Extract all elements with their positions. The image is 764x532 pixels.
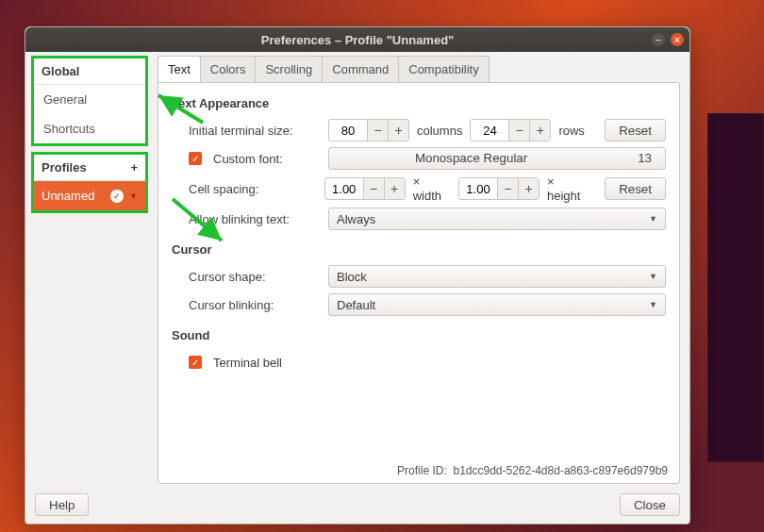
- sidebar-profiles-header: Profiles +: [34, 155, 145, 181]
- sidebar-global-group: Global General Shortcuts: [31, 56, 148, 146]
- cell-height-incr[interactable]: +: [518, 178, 539, 199]
- chevron-down-icon: ▼: [649, 300, 657, 309]
- tab-compatibility[interactable]: Compatibility: [398, 56, 489, 82]
- background-terminal-window: [707, 113, 764, 462]
- cell-height-input[interactable]: [459, 181, 497, 197]
- cursor-blinking-value: Default: [337, 298, 375, 312]
- cell-height-decr[interactable]: −: [497, 178, 518, 199]
- blinking-text-dropdown[interactable]: Always ▼: [328, 208, 666, 230]
- tab-content: Text Appearance Initial terminal size: −…: [158, 82, 680, 484]
- tab-text[interactable]: Text: [158, 56, 201, 82]
- section-text-appearance: Text Appearance: [172, 96, 666, 110]
- tab-scrolling[interactable]: Scrolling: [255, 56, 323, 82]
- font-size: 13: [638, 151, 652, 166]
- label-blinking-text: Allow blinking text:: [189, 212, 321, 226]
- help-button[interactable]: Help: [35, 493, 89, 516]
- unit-rows: rows: [558, 124, 584, 138]
- tab-command[interactable]: Command: [322, 56, 399, 82]
- cell-height-spinner[interactable]: − +: [458, 177, 540, 200]
- font-name: Monospace Regular: [415, 151, 527, 166]
- cell-width-input[interactable]: [325, 181, 363, 197]
- cursor-blinking-dropdown[interactable]: Default ▼: [328, 293, 666, 316]
- close-icon[interactable]: ×: [671, 33, 684, 46]
- preferences-window: Preferences – Profile "Unnamed" – × Glob…: [25, 26, 690, 524]
- profile-id-value: b1dcc9dd-5262-4d8d-a863-c897e6d979b9: [453, 464, 668, 477]
- cursor-shape-value: Block: [337, 270, 367, 284]
- unit-cell-width: × width: [413, 175, 451, 203]
- columns-incr[interactable]: +: [388, 120, 408, 141]
- profile-label: Unnamed: [42, 189, 105, 203]
- tab-colors[interactable]: Colors: [200, 56, 257, 82]
- label-custom-font: Custom font:: [213, 152, 321, 166]
- cell-width-spinner[interactable]: − +: [324, 177, 406, 200]
- sidebar: Global General Shortcuts Profiles + Unna…: [25, 52, 154, 488]
- sidebar-profiles-group: Profiles + Unnamed ✓ ▼: [31, 152, 148, 213]
- cursor-shape-dropdown[interactable]: Block ▼: [328, 265, 666, 288]
- content-pane: Text Colors Scrolling Command Compatibil…: [154, 52, 689, 488]
- columns-spinner[interactable]: − +: [328, 119, 409, 141]
- cell-width-incr[interactable]: +: [384, 178, 405, 199]
- section-sound: Sound: [172, 328, 666, 342]
- sidebar-item-shortcuts[interactable]: Shortcuts: [34, 114, 145, 143]
- unit-columns: columns: [417, 124, 462, 138]
- label-initial-size: Initial terminal size:: [189, 124, 321, 138]
- close-button[interactable]: Close: [620, 493, 680, 516]
- minimize-icon[interactable]: –: [652, 33, 665, 46]
- profile-id-label: Profile ID:: [397, 464, 447, 477]
- add-profile-button[interactable]: +: [130, 160, 138, 175]
- rows-spinner[interactable]: − +: [470, 119, 551, 141]
- font-chooser-button[interactable]: Monospace Regular 13: [328, 147, 666, 170]
- rows-decr[interactable]: −: [508, 120, 529, 141]
- blinking-text-value: Always: [337, 212, 375, 226]
- chevron-down-icon: ▼: [649, 214, 657, 224]
- tab-bar: Text Colors Scrolling Command Compatibil…: [158, 56, 680, 82]
- profile-id: Profile ID: b1dcc9dd-5262-4d8d-a863-c897…: [397, 464, 668, 477]
- reset-cell-button[interactable]: Reset: [605, 177, 666, 200]
- section-cursor: Cursor: [172, 242, 666, 257]
- window-title: Preferences – Profile "Unnamed": [261, 33, 455, 47]
- sidebar-global-title: Global: [42, 64, 79, 78]
- sidebar-global-header: Global: [34, 58, 145, 85]
- active-profile-icon: ✓: [110, 190, 124, 203]
- chevron-down-icon: ▼: [649, 272, 657, 281]
- label-terminal-bell: Terminal bell: [213, 356, 282, 370]
- columns-decr[interactable]: −: [367, 120, 388, 141]
- rows-incr[interactable]: +: [529, 120, 550, 141]
- label-cell-spacing: Cell spacing:: [189, 182, 317, 196]
- columns-input[interactable]: [329, 123, 367, 139]
- terminal-bell-checkbox[interactable]: ✓: [189, 356, 202, 369]
- label-cursor-shape: Cursor shape:: [189, 270, 321, 284]
- rows-input[interactable]: [471, 123, 508, 139]
- sidebar-item-general[interactable]: General: [34, 85, 145, 114]
- sidebar-profiles-title: Profiles: [42, 160, 87, 175]
- sidebar-profile-unnamed[interactable]: Unnamed ✓ ▼: [34, 181, 145, 210]
- profile-menu-icon[interactable]: ▼: [129, 191, 138, 201]
- dialog-footer: Help Close: [25, 488, 689, 524]
- cell-width-decr[interactable]: −: [363, 178, 384, 199]
- custom-font-checkbox[interactable]: ✓: [189, 152, 202, 165]
- unit-cell-height: × height: [547, 175, 590, 203]
- titlebar[interactable]: Preferences – Profile "Unnamed" – ×: [25, 27, 689, 52]
- reset-size-button[interactable]: Reset: [605, 119, 666, 141]
- label-cursor-blinking: Cursor blinking:: [189, 298, 321, 312]
